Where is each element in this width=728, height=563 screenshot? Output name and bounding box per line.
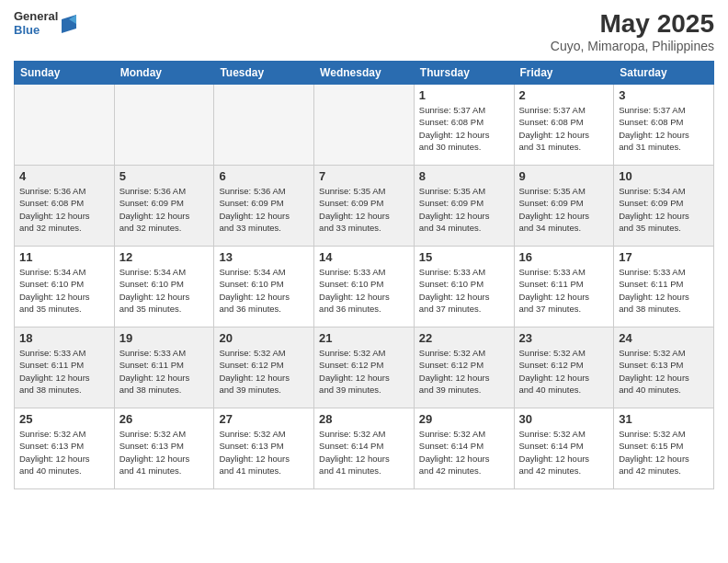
sun-info: Sunrise: 5:34 AM Sunset: 6:10 PM Dayligh… <box>19 266 109 315</box>
table-row: 30Sunrise: 5:32 AM Sunset: 6:14 PM Dayli… <box>514 408 614 489</box>
table-row: 31Sunrise: 5:32 AM Sunset: 6:15 PM Dayli… <box>614 408 714 489</box>
sun-info: Sunrise: 5:34 AM Sunset: 6:09 PM Dayligh… <box>619 185 709 234</box>
day-number: 12 <box>119 250 210 264</box>
title-block: May 2025 Cuyo, Mimaropa, Philippines <box>551 9 714 53</box>
day-number: 4 <box>19 169 109 183</box>
day-number: 22 <box>419 331 509 345</box>
day-number: 21 <box>319 331 409 345</box>
table-row: 3Sunrise: 5:37 AM Sunset: 6:08 PM Daylig… <box>614 85 714 166</box>
logo-general: General <box>14 9 58 23</box>
sun-info: Sunrise: 5:35 AM Sunset: 6:09 PM Dayligh… <box>319 185 409 234</box>
sun-info: Sunrise: 5:37 AM Sunset: 6:08 PM Dayligh… <box>519 104 609 153</box>
sun-info: Sunrise: 5:33 AM Sunset: 6:11 PM Dayligh… <box>119 347 210 396</box>
table-row: 5Sunrise: 5:36 AM Sunset: 6:09 PM Daylig… <box>114 166 214 247</box>
sun-info: Sunrise: 5:32 AM Sunset: 6:13 PM Dayligh… <box>619 347 709 396</box>
sun-info: Sunrise: 5:32 AM Sunset: 6:14 PM Dayligh… <box>519 428 609 477</box>
th-thursday: Thursday <box>414 62 514 85</box>
sun-info: Sunrise: 5:36 AM Sunset: 6:09 PM Dayligh… <box>219 185 309 234</box>
sun-info: Sunrise: 5:32 AM Sunset: 6:14 PM Dayligh… <box>419 428 509 477</box>
logo-blue: Blue <box>14 23 58 37</box>
day-number: 19 <box>119 331 210 345</box>
sun-info: Sunrise: 5:32 AM Sunset: 6:13 PM Dayligh… <box>119 428 210 477</box>
sun-info: Sunrise: 5:32 AM Sunset: 6:14 PM Dayligh… <box>319 428 409 477</box>
calendar-table: Sunday Monday Tuesday Wednesday Thursday… <box>14 61 714 489</box>
day-number: 25 <box>19 412 109 426</box>
table-row: 24Sunrise: 5:32 AM Sunset: 6:13 PM Dayli… <box>614 327 714 408</box>
day-number: 6 <box>219 169 309 183</box>
sun-info: Sunrise: 5:32 AM Sunset: 6:15 PM Dayligh… <box>619 428 709 477</box>
table-row: 22Sunrise: 5:32 AM Sunset: 6:12 PM Dayli… <box>414 327 514 408</box>
table-row: 8Sunrise: 5:35 AM Sunset: 6:09 PM Daylig… <box>414 166 514 247</box>
day-number: 16 <box>519 250 609 264</box>
table-row: 26Sunrise: 5:32 AM Sunset: 6:13 PM Dayli… <box>114 408 214 489</box>
day-number: 18 <box>19 331 109 345</box>
table-row: 2Sunrise: 5:37 AM Sunset: 6:08 PM Daylig… <box>514 85 614 166</box>
table-row: 16Sunrise: 5:33 AM Sunset: 6:11 PM Dayli… <box>514 247 614 327</box>
day-number: 28 <box>319 412 409 426</box>
th-saturday: Saturday <box>614 62 714 85</box>
table-row: 13Sunrise: 5:34 AM Sunset: 6:10 PM Dayli… <box>214 247 314 327</box>
day-number: 26 <box>119 412 210 426</box>
th-friday: Friday <box>514 62 614 85</box>
sun-info: Sunrise: 5:37 AM Sunset: 6:08 PM Dayligh… <box>419 104 509 153</box>
table-row: 15Sunrise: 5:33 AM Sunset: 6:10 PM Dayli… <box>414 247 514 327</box>
day-number: 23 <box>519 331 609 345</box>
day-number: 15 <box>419 250 509 264</box>
calendar-week-row: 1Sunrise: 5:37 AM Sunset: 6:08 PM Daylig… <box>15 85 714 166</box>
logo-icon <box>62 15 76 33</box>
table-row: 1Sunrise: 5:37 AM Sunset: 6:08 PM Daylig… <box>414 85 514 166</box>
sun-info: Sunrise: 5:33 AM Sunset: 6:10 PM Dayligh… <box>419 266 509 315</box>
table-row: 29Sunrise: 5:32 AM Sunset: 6:14 PM Dayli… <box>414 408 514 489</box>
sun-info: Sunrise: 5:33 AM Sunset: 6:10 PM Dayligh… <box>319 266 409 315</box>
sun-info: Sunrise: 5:33 AM Sunset: 6:11 PM Dayligh… <box>19 347 109 396</box>
sun-info: Sunrise: 5:37 AM Sunset: 6:08 PM Dayligh… <box>619 104 709 153</box>
sun-info: Sunrise: 5:34 AM Sunset: 6:10 PM Dayligh… <box>219 266 309 315</box>
table-row: 6Sunrise: 5:36 AM Sunset: 6:09 PM Daylig… <box>214 166 314 247</box>
th-tuesday: Tuesday <box>214 62 314 85</box>
day-number: 2 <box>519 88 609 102</box>
sun-info: Sunrise: 5:33 AM Sunset: 6:11 PM Dayligh… <box>619 266 709 315</box>
day-number: 10 <box>619 169 709 183</box>
table-row: 10Sunrise: 5:34 AM Sunset: 6:09 PM Dayli… <box>614 166 714 247</box>
sun-info: Sunrise: 5:35 AM Sunset: 6:09 PM Dayligh… <box>419 185 509 234</box>
day-number: 3 <box>619 88 709 102</box>
table-row: 4Sunrise: 5:36 AM Sunset: 6:08 PM Daylig… <box>15 166 115 247</box>
day-number: 8 <box>419 169 509 183</box>
day-number: 30 <box>519 412 609 426</box>
sun-info: Sunrise: 5:34 AM Sunset: 6:10 PM Dayligh… <box>119 266 210 315</box>
th-sunday: Sunday <box>15 62 115 85</box>
sun-info: Sunrise: 5:32 AM Sunset: 6:13 PM Dayligh… <box>219 428 309 477</box>
day-number: 9 <box>519 169 609 183</box>
logo: General Blue <box>14 9 76 37</box>
table-row <box>15 85 115 166</box>
logo-text: General Blue <box>14 9 58 37</box>
table-row: 23Sunrise: 5:32 AM Sunset: 6:12 PM Dayli… <box>514 327 614 408</box>
sun-info: Sunrise: 5:32 AM Sunset: 6:12 PM Dayligh… <box>419 347 509 396</box>
day-number: 29 <box>419 412 509 426</box>
th-wednesday: Wednesday <box>314 62 415 85</box>
table-row <box>214 85 314 166</box>
table-row: 21Sunrise: 5:32 AM Sunset: 6:12 PM Dayli… <box>314 327 415 408</box>
table-row: 7Sunrise: 5:35 AM Sunset: 6:09 PM Daylig… <box>314 166 415 247</box>
table-row: 9Sunrise: 5:35 AM Sunset: 6:09 PM Daylig… <box>514 166 614 247</box>
header: General Blue May 2025 Cuyo, Mimaropa, Ph… <box>14 9 714 53</box>
table-row: 12Sunrise: 5:34 AM Sunset: 6:10 PM Dayli… <box>114 247 214 327</box>
calendar-week-row: 18Sunrise: 5:33 AM Sunset: 6:11 PM Dayli… <box>15 327 714 408</box>
calendar-week-row: 4Sunrise: 5:36 AM Sunset: 6:08 PM Daylig… <box>15 166 714 247</box>
location-subtitle: Cuyo, Mimaropa, Philippines <box>551 39 714 53</box>
day-number: 1 <box>419 88 509 102</box>
day-number: 13 <box>219 250 309 264</box>
page: General Blue May 2025 Cuyo, Mimaropa, Ph… <box>0 0 728 563</box>
table-row: 27Sunrise: 5:32 AM Sunset: 6:13 PM Dayli… <box>214 408 314 489</box>
sun-info: Sunrise: 5:32 AM Sunset: 6:12 PM Dayligh… <box>319 347 409 396</box>
table-row: 28Sunrise: 5:32 AM Sunset: 6:14 PM Dayli… <box>314 408 415 489</box>
calendar-week-row: 25Sunrise: 5:32 AM Sunset: 6:13 PM Dayli… <box>15 408 714 489</box>
table-row <box>114 85 214 166</box>
sun-info: Sunrise: 5:35 AM Sunset: 6:09 PM Dayligh… <box>519 185 609 234</box>
table-row <box>314 85 415 166</box>
day-number: 14 <box>319 250 409 264</box>
day-number: 31 <box>619 412 709 426</box>
month-year-title: May 2025 <box>551 9 714 39</box>
day-number: 20 <box>219 331 309 345</box>
sun-info: Sunrise: 5:36 AM Sunset: 6:09 PM Dayligh… <box>119 185 210 234</box>
